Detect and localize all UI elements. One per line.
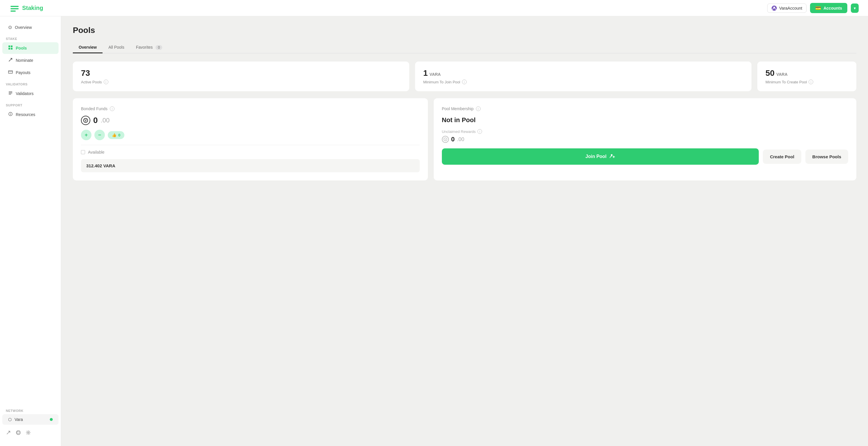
svg-text:V: V [444,139,446,141]
sidebar-footer [0,425,61,441]
sidebar-bottom: Network ⬡ Vara [0,406,61,441]
nav-right: VaraAccount 💳 Accounts ▾ [767,3,859,13]
tab-all-pools[interactable]: All Pools [102,42,130,53]
pool-membership-card: Pool Membership i Not in Pool Unclaimed … [434,98,856,180]
sidebar-item-resources[interactable]: Resources [2,109,59,120]
min-create-label-row: Minimum To Create Pool i [766,80,848,84]
page-tabs: Overview All Pools Favorites 0 [73,42,856,53]
svg-point-15 [10,113,11,113]
stake-section-label: Stake [0,33,61,42]
svg-text:V: V [85,119,87,122]
favorites-badge: 0 [156,45,162,50]
network-status-dot [50,418,53,421]
vara-account-label: VaraAccount [779,6,802,10]
svg-rect-2 [10,10,16,12]
pools-icon [8,45,13,51]
min-join-info-icon[interactable]: i [462,80,467,84]
sidebar-validators-label: Validators [16,91,33,96]
vara-account-button[interactable]: VaraAccount [767,3,807,13]
external-link-icon[interactable] [6,430,11,437]
network-left: ⬡ Vara [8,417,23,422]
bonded-header-row: Bonded Funds i [81,107,420,111]
sidebar-nominate-label: Nominate [16,58,33,63]
min-create-info-icon[interactable]: i [809,80,813,84]
overview-icon: ⊙ [8,25,12,30]
sidebar-item-overview[interactable]: ⊙ Overview [2,22,59,33]
main-content: Pools Overview All Pools Favorites 0 73 … [61,16,868,446]
active-pools-info-icon[interactable]: i [104,80,108,84]
active-pools-label-row: Active Pools i [81,80,401,84]
accounts-button[interactable]: 💳 Accounts [810,3,847,13]
page-title: Pools [73,26,856,35]
bonded-card: Bonded Funds i V 0 .00 + − 👍 0 [73,98,428,180]
min-create-value-row: 50 VARA [766,68,848,78]
tab-overview[interactable]: Overview [73,42,102,53]
browse-pools-button[interactable]: Browse Pools [805,150,848,164]
tab-favorites[interactable]: Favorites 0 [130,42,168,53]
settings-icon[interactable] [26,430,31,437]
vara-network-icon: ⬡ [8,417,12,422]
join-pool-label: Join Pool [586,154,607,159]
sidebar: ⊙ Overview Stake Pools Nominate [0,16,61,446]
support-section-label: Support [0,100,61,108]
sidebar-item-nominate[interactable]: Nominate [2,55,59,66]
unclaimed-dec: .00 [457,137,464,143]
active-pools-label: Active Pools [81,80,102,84]
svg-rect-6 [8,48,10,50]
bonded-value-row: V 0 .00 [81,116,420,125]
nominate-icon [8,57,13,63]
svg-rect-5 [11,46,12,47]
nav-logo-area: Staking [9,3,43,13]
rebond-button[interactable]: 👍 0 [108,131,124,139]
stats-row: 73 Active Pools i 1 VARA Minimum To Join… [73,61,856,91]
bonded-info-icon[interactable]: i [110,107,115,111]
unclaimed-info-icon[interactable]: i [477,129,482,134]
network-name: Vara [14,417,23,422]
pool-actions-row: Join Pool Create Pool Browse Pools [442,148,848,165]
unclaimed-label: Unclaimed Rewards [442,129,476,134]
logo: Staking [9,3,43,13]
join-pool-button[interactable]: Join Pool [442,148,759,165]
unclaimed-label-row: Unclaimed Rewards i [442,129,848,134]
available-label: Available [88,150,104,154]
add-bonded-button[interactable]: + [81,130,91,140]
min-create-unit: VARA [776,72,787,77]
remove-bonded-button[interactable]: − [94,130,105,140]
sidebar-item-pools[interactable]: Pools [2,42,59,54]
min-join-label: Minimum To Join Pool [423,80,460,84]
bonded-dec: .00 [101,117,110,124]
card-divider [81,145,420,145]
validators-section-label: Validators [0,79,61,87]
chevron-down-icon: ▾ [854,6,856,10]
min-create-value: 50 [766,68,775,78]
create-pool-button[interactable]: Create Pool [763,150,801,164]
min-join-unit: VARA [430,72,441,77]
sidebar-top: ⊙ Overview Stake Pools Nominate [0,21,61,121]
min-create-label: Minimum To Create Pool [766,80,807,84]
bonded-whole: 0 [93,116,98,125]
sidebar-item-validators[interactable]: Validators [2,88,59,99]
app-title: Staking [22,5,43,11]
bonded-header-label: Bonded Funds [81,107,107,111]
vara-bonded-icon: V [81,116,90,125]
vara-unclaimed-icon: V [442,136,449,143]
sidebar-pools-label: Pools [16,46,27,51]
svg-point-17 [28,432,29,434]
network-section-label: Network [0,406,61,414]
rebond-icon: 👍 [112,133,117,137]
github-icon[interactable] [16,430,21,437]
pool-membership-info-icon[interactable]: i [476,107,480,111]
stat-active-pools: 73 Active Pools i [73,61,409,91]
min-join-value: 1 [423,68,428,78]
top-nav: Staking VaraAccount 💳 Accounts ▾ [0,0,868,16]
sidebar-item-label: Overview [15,25,32,30]
pool-status: Not in Pool [442,116,848,124]
sidebar-resources-label: Resources [16,112,35,117]
accounts-chevron-button[interactable]: ▾ [851,3,859,13]
available-value: 312.402 VARA [81,159,420,172]
action-btns-row: + − 👍 0 [81,130,420,140]
stat-min-join: 1 VARA Minimum To Join Pool i [415,61,751,91]
sidebar-item-payouts[interactable]: Payouts [2,67,59,79]
min-join-label-row: Minimum To Join Pool i [423,80,743,84]
network-selector[interactable]: ⬡ Vara [2,414,59,425]
